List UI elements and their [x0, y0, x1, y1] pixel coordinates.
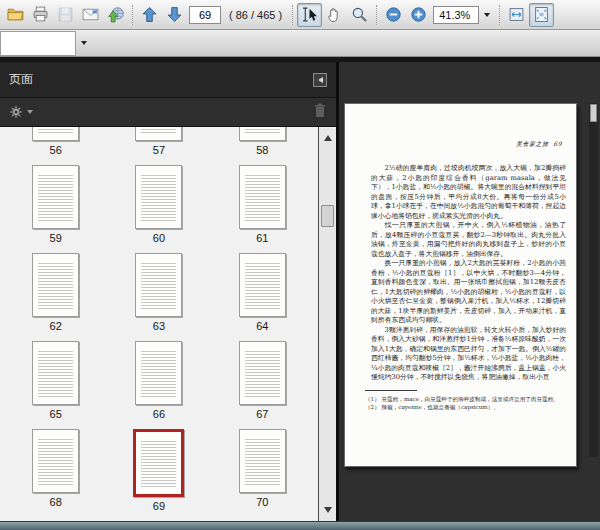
thumbnail-page-64[interactable]: 64 [211, 253, 314, 341]
share-upload-button[interactable] [103, 3, 128, 27]
thumbnail-page-label: 64 [256, 320, 268, 332]
document-paragraph: 2½磅的瘦羊肩肉，过绞肉机绞两次，放入大碗，加2瓣捣碎的大蒜，2小匙的印度综合香… [371, 164, 566, 221]
running-title: 美食家之旅 [516, 140, 549, 147]
thumbnail-page-label: 68 [50, 496, 62, 508]
hand-tool-button[interactable] [322, 3, 347, 27]
thumbnail-page-label: 58 [256, 144, 268, 156]
zoom-out-icon [385, 6, 402, 23]
thumbnail-preview[interactable] [135, 341, 182, 405]
magnifier-icon [351, 6, 368, 23]
thumbnail-preview[interactable] [239, 341, 286, 405]
document-scrollbar[interactable] [589, 103, 598, 457]
thumbnail-scrollbar[interactable] [318, 127, 336, 521]
thumbnail-page-label: 65 [50, 408, 62, 420]
thumbnail-page-label: 56 [50, 144, 62, 156]
pages-panel: 页面 [0, 62, 339, 521]
open-folder-icon [7, 6, 24, 23]
document-paragraph: 换一只厚重的小煎锅，放入2大匙的芫荽籽粉，2小匙的小茴香粉，½小匙的豆蔻粉［1］… [371, 259, 566, 326]
thumbnail-page-label: 62 [50, 320, 62, 332]
find-toolbar [0, 30, 600, 57]
thumbnail-page-69[interactable]: 69 [107, 429, 210, 517]
toolbar-separator [292, 5, 293, 25]
content-area: 页面 [0, 62, 600, 521]
thumbnail-grid: 565758596061626364656667686970 [0, 127, 318, 517]
save-floppy-icon [57, 6, 74, 23]
thumbnail-page-67[interactable]: 67 [211, 341, 314, 429]
pages-panel-title: 页面 [9, 71, 313, 88]
find-input[interactable] [0, 31, 76, 56]
thumbnail-page-66[interactable]: 66 [107, 341, 210, 429]
panel-options-button[interactable] [8, 104, 312, 120]
find-dropdown-caret-icon[interactable] [81, 41, 87, 45]
fit-width-icon [508, 6, 525, 23]
page-body: 2½磅的瘦羊肩肉，过绞肉机绞两次，放入大碗，加2瓣捣碎的大蒜，2小匙的印度综合香… [371, 164, 566, 383]
thumbnail-preview[interactable] [239, 429, 286, 493]
thumbnail-region: 565758596061626364656667686970 [0, 126, 336, 521]
thumbnail-preview[interactable] [32, 127, 79, 141]
thumbnail-preview[interactable] [135, 127, 182, 141]
fit-width-button[interactable] [504, 3, 529, 27]
document-footnote: （2） 辣椒，cayenne，也就是番椒（capsicum）。 [365, 403, 564, 411]
thumbnail-page-57[interactable]: 57 [107, 127, 210, 165]
thumbnail-page-label: 69 [153, 500, 165, 512]
thumbnail-preview[interactable] [239, 127, 286, 141]
thumbnail-page-59[interactable]: 59 [4, 165, 107, 253]
thumbnail-page-62[interactable]: 62 [4, 253, 107, 341]
document-view[interactable]: 美食家之旅 69 2½磅的瘦羊肩肉，过绞肉机绞两次，放入大碗，加2瓣捣碎的大蒜，… [339, 62, 600, 521]
marquee-zoom-button[interactable] [347, 3, 372, 27]
thumbnail-preview[interactable] [32, 165, 79, 229]
zoom-out-button[interactable] [381, 3, 406, 27]
toolbar-separator [376, 5, 377, 25]
thumbnail-preview[interactable] [32, 253, 79, 317]
thumbnail-preview[interactable] [32, 341, 79, 405]
running-page-number: 69 [553, 140, 562, 147]
thumbnail-page-label: 61 [256, 232, 268, 244]
thumbnail-page-label: 57 [153, 144, 165, 156]
thumbnail-preview[interactable] [32, 429, 79, 493]
document-paragraph: 3颗洋葱剁碎，用保存的油煎软，转文火转小后，加入炒好的香料，倒入大砂锅，和洋葱拌… [371, 326, 566, 383]
thumbnail-page-label: 70 [256, 496, 268, 508]
window-bottom-edge [0, 521, 600, 530]
fit-page-button[interactable] [529, 3, 554, 27]
email-button[interactable] [78, 3, 103, 27]
zoom-dropdown-caret-icon[interactable] [484, 13, 490, 17]
thumbnail-preview[interactable] [133, 429, 184, 497]
zoom-level-value[interactable]: 41.3% [433, 6, 479, 24]
page-up-arrow-icon [141, 6, 158, 23]
save-button[interactable] [53, 3, 78, 27]
thumbnail-page-56[interactable]: 56 [4, 127, 107, 165]
thumbnail-page-68[interactable]: 68 [4, 429, 107, 517]
zoom-in-icon [410, 6, 427, 23]
thumbnail-preview[interactable] [135, 253, 182, 317]
thumbnail-page-63[interactable]: 63 [107, 253, 210, 341]
thumbnail-scrollbar-thumb[interactable] [321, 205, 334, 227]
print-button[interactable] [28, 3, 53, 27]
previous-page-button[interactable] [137, 3, 162, 27]
select-tool-button[interactable] [297, 3, 322, 27]
delete-pages-button[interactable] [312, 102, 328, 123]
collapse-panel-button[interactable] [313, 73, 327, 87]
thumbnail-page-60[interactable]: 60 [107, 165, 210, 253]
fit-page-icon [533, 6, 550, 23]
thumbnail-page-label: 60 [153, 232, 165, 244]
thumbnail-page-65[interactable]: 65 [4, 341, 107, 429]
select-tool-icon [301, 6, 318, 23]
pages-panel-toolbar [0, 98, 336, 126]
scroll-up-arrow-icon[interactable] [324, 135, 332, 141]
options-caret-icon [27, 110, 33, 114]
zoom-in-button[interactable] [406, 3, 431, 27]
thumbnail-preview[interactable] [135, 165, 182, 229]
toolbar-separator [132, 5, 133, 25]
thumbnail-page-61[interactable]: 61 [211, 165, 314, 253]
thumbnail-page-58[interactable]: 58 [211, 127, 314, 165]
thumbnail-page-label: 66 [153, 408, 165, 420]
thumbnail-page-label: 63 [153, 320, 165, 332]
scroll-down-arrow-icon[interactable] [324, 507, 332, 513]
open-file-button[interactable] [3, 3, 28, 27]
thumbnail-page-70[interactable]: 70 [211, 429, 314, 517]
thumbnail-preview[interactable] [239, 165, 286, 229]
page-number-input[interactable] [189, 6, 221, 24]
next-page-button[interactable] [162, 3, 187, 27]
document-scrollbar-thumb[interactable] [590, 104, 597, 122]
thumbnail-preview[interactable] [239, 253, 286, 317]
